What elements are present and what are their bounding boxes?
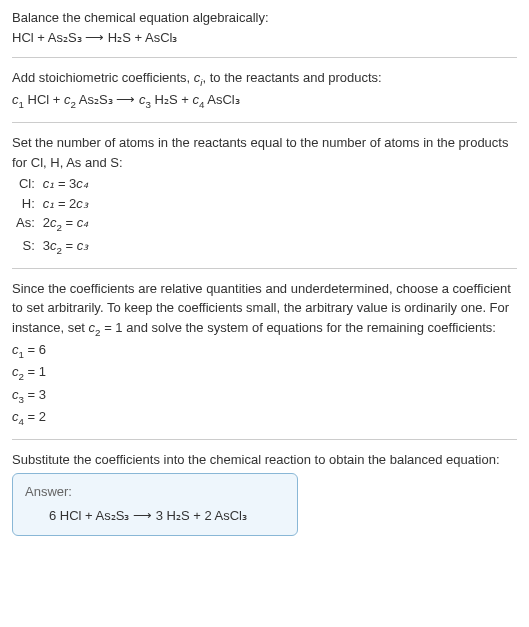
balance-equation: 3c2 = c₃ <box>39 236 93 258</box>
coef-value: = 6 <box>24 342 46 357</box>
add-coefficients-section: Add stoichiometric coefficients, ci, to … <box>12 68 517 112</box>
eq-op: = <box>62 215 77 230</box>
lhs: c₁ <box>43 196 55 211</box>
balance-equation: c₁ = 3c₄ <box>39 174 93 194</box>
element-label: As: <box>12 213 39 235</box>
balance-equation: c₁ = 2c₃ <box>39 194 93 214</box>
atom-balance-section: Set the number of atoms in the reactants… <box>12 133 517 257</box>
divider <box>12 439 517 440</box>
eq-fragment: As₂S₃ ⟶ <box>76 92 139 107</box>
coef-value: = 2 <box>24 409 46 424</box>
coefficient-equation: c1 HCl + c2 As₂S₃ ⟶ c3 H₂S + c4 AsCl₃ <box>12 90 517 112</box>
text-fragment: Add stoichiometric coefficients, <box>12 70 194 85</box>
atom-balance-table: Cl: c₁ = 3c₄ H: c₁ = 2c₃ As: 22c₂c2 = c₄… <box>12 174 92 257</box>
intro-text: Balance the chemical equation algebraica… <box>12 8 517 28</box>
lhs: c₁ <box>43 176 55 191</box>
solve-section: Since the coefficients are relative quan… <box>12 279 517 429</box>
lhs: 3c2 <box>43 238 62 253</box>
element-label: H: <box>12 194 39 214</box>
balanced-equation: 6 HCl + As₂S₃ ⟶ 3 H₂S + 2 AsCl₃ <box>49 506 285 526</box>
eq-op: = 3 <box>54 176 76 191</box>
divider <box>12 122 517 123</box>
text-fragment: , to the reactants and products: <box>203 70 382 85</box>
table-row: S: 3c2 = c₃ <box>12 236 92 258</box>
table-row: Cl: c₁ = 3c₄ <box>12 174 92 194</box>
eq-fragment: HCl + <box>24 92 64 107</box>
add-coefficients-text: Add stoichiometric coefficients, ci, to … <box>12 68 517 90</box>
ci-symbol: ci <box>194 70 203 85</box>
unbalanced-equation: HCl + As₂S₃ ⟶ H₂S + AsCl₃ <box>12 28 517 48</box>
rhs: c₄ <box>76 176 88 191</box>
table-row: H: c₁ = 2c₃ <box>12 194 92 214</box>
answer-title: Answer: <box>25 482 285 502</box>
divider <box>12 268 517 269</box>
eq-fragment: H₂S + <box>151 92 193 107</box>
element-label: Cl: <box>12 174 39 194</box>
set-value: = 1 <box>101 320 123 335</box>
coef-value: = 1 <box>24 364 46 379</box>
eq-fragment: AsCl₃ <box>204 92 239 107</box>
table-row: As: 22c₂c2 = c₄ <box>12 213 92 235</box>
list-item: c3 = 3 <box>12 385 517 407</box>
coefficient-results: c1 = 6 c2 = 1 c3 = 3 c4 = 2 <box>12 340 517 429</box>
eq-op: = <box>62 238 77 253</box>
list-item: c1 = 6 <box>12 340 517 362</box>
substitute-text: Substitute the coefficients into the che… <box>12 450 517 470</box>
text-fragment: and solve the system of equations for th… <box>123 320 496 335</box>
rhs: c₄ <box>77 215 89 230</box>
element-label: S: <box>12 236 39 258</box>
eq-op: = 2 <box>54 196 76 211</box>
rhs: c₃ <box>77 238 89 253</box>
balance-equation: 22c₂c2 = c₄ <box>39 213 93 235</box>
list-item: c4 = 2 <box>12 407 517 429</box>
solve-intro: Since the coefficients are relative quan… <box>12 279 517 340</box>
coef-value: = 3 <box>24 387 46 402</box>
answer-box: Answer: 6 HCl + As₂S₃ ⟶ 3 H₂S + 2 AsCl₃ <box>12 473 298 536</box>
divider <box>12 57 517 58</box>
intro-section: Balance the chemical equation algebraica… <box>12 8 517 47</box>
list-item: c2 = 1 <box>12 362 517 384</box>
atom-balance-intro: Set the number of atoms in the reactants… <box>12 133 517 172</box>
lhs: 22c₂c2 <box>43 215 62 230</box>
rhs: c₃ <box>76 196 88 211</box>
substitute-section: Substitute the coefficients into the che… <box>12 450 517 537</box>
